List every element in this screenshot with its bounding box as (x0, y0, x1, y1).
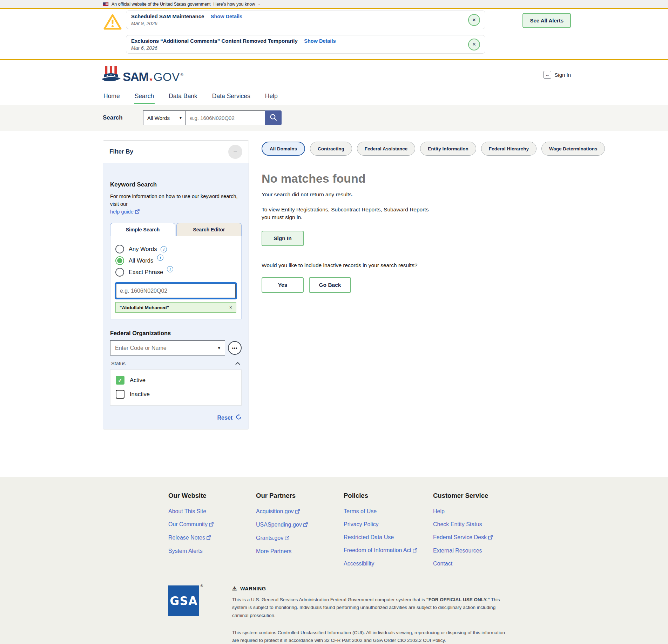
keyword-input[interactable] (116, 284, 236, 298)
search-mode-select[interactable]: All Words ▾ (143, 110, 186, 125)
footer-link-about-this-site[interactable]: About This Site (168, 508, 256, 515)
reset-label: Reset (217, 415, 232, 421)
domain-tab-federal-assistance[interactable]: Federal Assistance (357, 142, 416, 156)
search-bar: Search All Words ▾ (0, 105, 668, 131)
radio-all-words-label: All Words (129, 257, 153, 264)
checkbox-inactive[interactable] (116, 390, 124, 399)
check-icon: ✓ (118, 377, 122, 384)
sam-gov-logo[interactable]: SAM ★ GOV ® (101, 66, 183, 84)
footer-link-check-entity-status[interactable]: Check Entity Status (433, 521, 521, 528)
footer-link-contact[interactable]: Contact (433, 561, 521, 567)
domain-tab-all-domains[interactable]: All Domains (262, 142, 305, 156)
main-content: Filter By − Keyword Search For more info… (0, 131, 668, 477)
yes-button[interactable]: Yes (262, 277, 304, 293)
footer-column-our-website: Our Website About This Site Our Communit… (168, 492, 256, 574)
footer-column-title: Our Website (168, 492, 256, 500)
keyword-chip-label: "Abdullahi Mohamed" (120, 305, 169, 310)
brand-gov-text: GOV (154, 70, 180, 84)
federal-orgs-select[interactable]: Enter Code or Name ▾ (110, 340, 225, 355)
info-icon[interactable]: i (161, 246, 167, 252)
radio-any-words[interactable] (115, 245, 124, 253)
footer-link-more-partners[interactable]: More Partners (256, 548, 344, 555)
gov-banner-link[interactable]: Here’s how you know (214, 2, 255, 7)
nav-item-home[interactable]: Home (103, 89, 121, 104)
alert-show-details-link[interactable]: Show Details (304, 38, 336, 44)
simple-search-card: Any Words i All Words i Exact Phrase i "… (110, 236, 242, 319)
domain-tab-contracting[interactable]: Contracting (310, 142, 352, 156)
footer-link-system-alerts[interactable]: System Alerts (168, 548, 256, 554)
radio-all-words[interactable] (115, 256, 124, 265)
radio-exact-phrase-label: Exact Phrase (129, 269, 163, 276)
footer-link-external-resources[interactable]: External Resources (433, 548, 521, 554)
alert-card: Scheduled SAM Maintenance Show Details M… (126, 11, 485, 29)
alert-show-details-link[interactable]: Show Details (211, 14, 242, 19)
domain-tab-wage-determinations[interactable]: Wage Determinations (541, 142, 605, 156)
footer-link-release-notes[interactable]: Release Notes (168, 535, 256, 541)
filter-panel-title: Filter By (109, 148, 133, 155)
sign-in-button[interactable]: Sign In (262, 231, 304, 246)
close-icon: × (472, 41, 476, 48)
footer-link-federal-service-desk[interactable]: Federal Service Desk (433, 534, 521, 541)
footer-column-our-partners: Our Partners Acquisition.gov USASpending… (256, 492, 344, 574)
header-sign-in-link[interactable]: ← Sign In (544, 71, 571, 79)
search-submit-button[interactable] (265, 110, 282, 125)
chip-remove-icon[interactable]: × (229, 305, 232, 310)
alert-close-button[interactable]: × (468, 14, 480, 26)
login-arrow-icon: ← (544, 71, 551, 79)
status-box: ✓ Active Inactive (110, 370, 242, 406)
caret-down-icon: ▾ (218, 345, 220, 351)
footer-link-acquisition-gov[interactable]: Acquisition.gov (256, 508, 344, 515)
alert-list: Scheduled SAM Maintenance Show Details M… (126, 11, 485, 54)
footer-link-foia[interactable]: Freedom of Information Act (344, 547, 433, 554)
footer-link-privacy-policy[interactable]: Privacy Policy (344, 521, 433, 528)
info-icon[interactable]: i (167, 266, 173, 272)
chevron-up-icon[interactable] (235, 361, 241, 366)
uncle-sam-hat-icon (101, 66, 121, 84)
tab-search-editor[interactable]: Search Editor (176, 223, 242, 236)
search-results: All Domains Contracting Federal Assistan… (262, 140, 605, 293)
nav-item-data-services[interactable]: Data Services (211, 89, 251, 104)
checkbox-active-label: Active (130, 377, 146, 384)
alert-title: Exclusions “Additional Comments” Content… (131, 38, 298, 44)
alert-date: Mar 9, 2026 (131, 21, 468, 26)
search-input[interactable] (186, 110, 265, 125)
checkbox-inactive-label: Inactive (130, 391, 150, 398)
footer-link-grants-gov[interactable]: Grants.gov (256, 535, 344, 542)
checkbox-active[interactable]: ✓ (116, 376, 124, 385)
nav-item-help[interactable]: Help (264, 89, 278, 104)
footer-link-terms-of-use[interactable]: Terms of Use (344, 508, 433, 515)
alert-title: Scheduled SAM Maintenance (131, 13, 204, 19)
footer-link-our-community[interactable]: Our Community (168, 521, 256, 528)
registered-mark: ® (201, 584, 203, 588)
alert-close-button[interactable]: × (468, 39, 480, 50)
gov-banner: An official website of the United States… (0, 0, 668, 8)
no-matches-heading: No matches found (262, 172, 605, 185)
radio-exact-phrase[interactable] (115, 268, 124, 277)
main-nav: Home Search Data Bank Data Services Help (0, 89, 668, 104)
more-options-button[interactable]: ••• (228, 341, 242, 355)
go-back-button[interactable]: Go Back (309, 277, 351, 293)
external-link-icon (209, 522, 214, 528)
help-guide-link[interactable]: help guide (110, 209, 134, 215)
alert-card: Exclusions “Additional Comments” Content… (126, 35, 485, 54)
nav-item-data-bank[interactable]: Data Bank (168, 89, 198, 104)
keyword-search-title: Keyword Search (110, 181, 242, 188)
footer-link-restricted-data-use[interactable]: Restricted Data Use (344, 534, 433, 541)
external-link-icon (488, 535, 493, 541)
collapse-filter-button[interactable]: − (228, 145, 242, 159)
domain-tab-federal-hierarchy[interactable]: Federal Hierarchy (481, 142, 537, 156)
reset-filters-link[interactable]: Reset (110, 414, 242, 421)
registered-mark: ® (181, 73, 183, 77)
tab-simple-search[interactable]: Simple Search (110, 223, 175, 236)
info-icon[interactable]: i (157, 255, 163, 261)
domain-tab-entity-information[interactable]: Entity Information (420, 142, 476, 156)
nav-item-search[interactable]: Search (134, 89, 155, 104)
footer-link-usaspending-gov[interactable]: USASpending.gov (256, 522, 344, 528)
warning-icon: ⚠ (232, 585, 237, 592)
see-all-alerts-button[interactable]: See All Alerts (522, 13, 571, 28)
footer-link-help[interactable]: Help (433, 508, 521, 515)
site-footer: Our Website About This Site Our Communit… (0, 477, 668, 644)
chevron-down-icon: ⌄ (258, 2, 261, 6)
gov-banner-text: An official website of the United States… (112, 2, 211, 7)
footer-link-accessibility[interactable]: Accessibility (344, 561, 433, 567)
